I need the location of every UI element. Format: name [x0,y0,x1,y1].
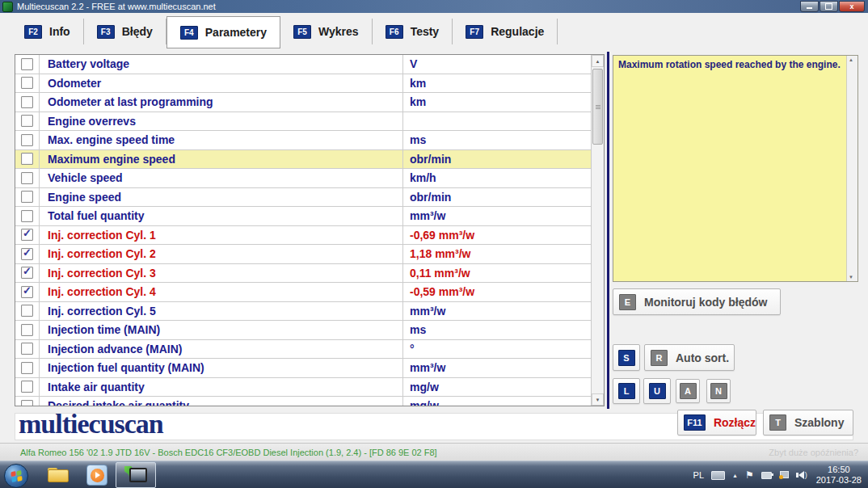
checkbox[interactable] [21,134,33,146]
checkbox[interactable] [21,115,33,127]
row-checkbox-cell[interactable] [15,245,40,263]
monitor-error-codes-button[interactable]: E Monitoruj kody błędów [613,288,781,315]
tab-bar: F2 Info F3 Błędy F4 Parametery F5 Wykres… [0,13,868,50]
table-row[interactable]: Max. engine speed time ms [15,131,592,150]
infobox-scrollbar[interactable]: ▲ ▼ [846,56,857,281]
checkbox[interactable] [21,400,33,406]
media-player-taskbar-button[interactable] [83,465,111,486]
windows-taskbar: PL ▲ ⚑ ) 16:50 2017-03-28 [0,461,868,488]
table-row[interactable]: Inj. correction Cyl. 5 mm³/w [15,302,592,322]
l-key-button[interactable]: L [613,378,640,404]
param-name: Total fuel quantity [40,207,403,225]
sort-button[interactable]: S [613,344,640,371]
table-row[interactable]: Injection time (MAIN) ms [15,321,592,340]
disconnect-button[interactable]: F11 Rozłącz [677,410,756,435]
row-checkbox-cell[interactable] [15,397,40,406]
tab-wykres[interactable]: F5 Wykres [280,19,373,44]
tab-parametery[interactable]: F4 Parametery [166,16,280,48]
scroll-up-icon[interactable]: ▲ [849,57,853,62]
row-checkbox-cell[interactable] [15,359,40,377]
scroll-up-icon[interactable]: ▲ [592,55,604,67]
table-row[interactable]: Injection advance (MAIN) ° [15,340,592,360]
auto-sort-button[interactable]: R Auto sort. [644,344,735,371]
table-row[interactable]: Odometer at last programming km [15,93,592,112]
row-checkbox-cell[interactable] [15,55,40,74]
close-button[interactable]: x [839,1,865,12]
param-name: Inj. correction Cyl. 4 [40,283,403,301]
battery-icon[interactable] [761,472,772,479]
network-icon[interactable] [779,471,789,479]
minimize-button[interactable] [800,1,819,12]
checkbox[interactable] [21,172,33,184]
explorer-taskbar-button[interactable] [44,465,72,486]
checkbox[interactable] [21,153,33,165]
table-row[interactable]: Injection fuel quantity (MAIN) mm³/w [15,359,592,378]
tab-błędy[interactable]: F3 Błędy [84,19,166,44]
templates-button[interactable]: T Szablony [763,410,853,435]
table-row[interactable]: Odometer km [15,74,592,94]
table-row[interactable]: Inj. correction Cyl. 1 -0,69 mm³/w [15,226,592,246]
checkbox[interactable] [21,77,33,89]
table-row[interactable]: Intake air quantity mg/w [15,378,592,398]
row-checkbox-cell[interactable] [15,131,40,149]
table-row[interactable]: Inj. correction Cyl. 2 1,18 mm³/w [15,245,592,264]
vehicle-info: Alfa Romeo 156 '02 1.9 JTD 16V - Bosch E… [20,448,437,457]
checkbox[interactable] [21,286,33,298]
taskbar-clock[interactable]: 16:50 2017-03-28 [816,465,862,486]
checkbox[interactable] [21,343,33,355]
row-checkbox-cell[interactable] [15,74,40,93]
row-checkbox-cell[interactable] [15,378,40,397]
checkbox[interactable] [21,267,33,279]
tab-testy[interactable]: F6 Testy [373,19,453,44]
row-checkbox-cell[interactable] [15,207,40,225]
row-checkbox-cell[interactable] [15,226,40,245]
table-row[interactable]: Desired intake air quantity mg/w [15,397,592,406]
language-indicator[interactable]: PL [693,470,704,480]
table-row[interactable]: Maximum engine speed obr/min [15,150,592,170]
n-key-button[interactable]: N [706,379,731,403]
row-checkbox-cell[interactable] [15,302,40,321]
checkbox[interactable] [21,248,33,260]
multiecuscan-taskbar-button[interactable] [116,462,156,488]
table-row[interactable]: Total fuel quantity mm³/w [15,207,592,226]
checkbox[interactable] [21,305,33,317]
row-checkbox-cell[interactable] [15,264,40,283]
table-row[interactable]: Vehicle speed km/h [15,169,592,188]
table-row[interactable]: Engine speed obr/min [15,188,592,208]
table-row[interactable]: Battery voltage V [15,55,592,74]
table-row[interactable]: Inj. correction Cyl. 3 0,11 mm³/w [15,264,592,284]
checkbox[interactable] [21,324,33,336]
u-key-button[interactable]: U [643,378,671,404]
row-checkbox-cell[interactable] [15,283,40,301]
checkbox[interactable] [21,381,33,393]
row-checkbox-cell[interactable] [15,169,40,187]
tab-info[interactable]: F2 Info [11,19,84,44]
a-key-button[interactable]: A [676,379,700,403]
start-button[interactable] [4,464,28,488]
tab-regulacje[interactable]: F7 Regulacje [453,19,558,44]
system-tray: PL ▲ ⚑ ) 16:50 2017-03-28 [693,461,868,488]
scrollbar-thumb[interactable] [592,69,603,145]
checkbox[interactable] [21,229,33,241]
checkbox[interactable] [21,96,33,108]
table-scrollbar[interactable]: ▲ ▼ [591,55,604,406]
show-hidden-icons-chevron[interactable]: ▲ [732,473,738,478]
table-row[interactable]: Engine overrevs [15,112,592,132]
checkbox[interactable] [21,191,33,203]
scroll-down-icon[interactable]: ▼ [592,393,604,406]
action-center-flag-icon[interactable]: ⚑ [745,470,754,480]
checkbox[interactable] [21,58,33,70]
row-checkbox-cell[interactable] [15,321,40,339]
table-row[interactable]: Inj. correction Cyl. 4 -0,59 mm³/w [15,283,592,302]
row-checkbox-cell[interactable] [15,188,40,207]
row-checkbox-cell[interactable] [15,340,40,359]
row-checkbox-cell[interactable] [15,112,40,131]
maximize-button[interactable] [820,1,838,12]
scroll-down-icon[interactable]: ▼ [849,275,853,280]
checkbox[interactable] [21,362,33,374]
row-checkbox-cell[interactable] [15,150,40,169]
keyboard-icon[interactable] [711,471,725,480]
checkbox[interactable] [21,210,33,222]
speaker-icon[interactable]: ) [796,471,807,479]
row-checkbox-cell[interactable] [15,93,40,111]
